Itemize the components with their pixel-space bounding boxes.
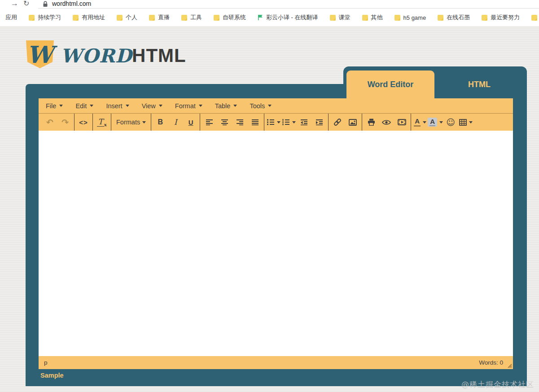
background-color-icon: A xyxy=(428,118,437,127)
bookmark-label: 在线石墨 xyxy=(447,13,470,22)
outdent-icon xyxy=(300,119,308,125)
menu-tools[interactable]: Tools xyxy=(243,98,278,113)
bookmark-folder[interactable]: 直播 xyxy=(149,13,170,22)
undo-icon: ↶ xyxy=(46,117,53,127)
bookmark-folder[interactable]: 其他 xyxy=(362,13,383,22)
bookmark-folder[interactable]: 持续学习 xyxy=(28,13,61,22)
chevron-down-icon xyxy=(469,121,473,123)
background-color-button[interactable]: A xyxy=(428,114,443,131)
bookmark-folder[interactable]: 工具 xyxy=(181,13,202,22)
underline-button[interactable]: U xyxy=(183,114,198,131)
code-icon: <> xyxy=(79,119,88,126)
element-path[interactable]: p xyxy=(44,359,48,366)
toolbar-separator xyxy=(411,114,411,131)
align-center-icon xyxy=(221,119,228,125)
source-code-button[interactable]: <> xyxy=(76,114,91,131)
bullet-list-button[interactable] xyxy=(266,114,281,131)
folder-icon xyxy=(28,14,35,21)
bookmark-folder[interactable]: 个人 xyxy=(116,13,137,22)
bookmark-label: 持续学习 xyxy=(38,13,61,22)
tab-html-label: HTML xyxy=(468,80,491,89)
bookmark-folder[interactable]: 课堂 xyxy=(329,13,351,22)
bookmark-apps[interactable]: 应用 xyxy=(5,13,17,22)
clear-formatting-button[interactable]: Tx xyxy=(94,114,110,131)
word-count: Words: 0 xyxy=(479,359,503,366)
folder-icon xyxy=(72,14,79,21)
folder-icon xyxy=(329,14,336,21)
editor-content-area[interactable] xyxy=(39,131,513,356)
chevron-down-icon xyxy=(90,105,93,107)
align-left-button[interactable] xyxy=(202,114,217,131)
toolbar-separator xyxy=(74,114,74,131)
insert-image-button[interactable] xyxy=(345,114,360,131)
logo-word-text: WORD xyxy=(61,45,132,67)
bookmark-folder[interactable]: 最近要努力 xyxy=(481,13,520,22)
bookmark-folder[interactable]: 在线石墨 xyxy=(437,13,470,22)
menu-table[interactable]: Table xyxy=(209,98,244,113)
reload-icon[interactable]: ↻ xyxy=(23,0,29,8)
sample-link[interactable]: Sample xyxy=(40,372,64,379)
align-right-button[interactable] xyxy=(232,114,247,131)
flag-icon xyxy=(257,14,263,21)
preview-button[interactable] xyxy=(379,114,394,131)
resize-grip-icon[interactable] xyxy=(507,363,512,368)
folder-icon xyxy=(149,14,155,21)
editor-menubar: File Edit Insert View Format Table Tools xyxy=(39,98,513,113)
folder-icon xyxy=(481,14,488,21)
text-color-button[interactable]: A xyxy=(412,114,428,131)
editor-toolbar: ↶ ↷ <> Tx Formats B I U xyxy=(39,113,513,131)
undo-button[interactable]: ↶ xyxy=(42,114,57,131)
bookmark-label: 彩云小译 - 在线翻译 xyxy=(266,13,318,22)
outdent-button[interactable] xyxy=(296,114,311,131)
table-button[interactable] xyxy=(458,114,473,131)
menu-edit[interactable]: Edit xyxy=(69,98,100,113)
toolbar-separator xyxy=(151,114,151,131)
emoticons-button[interactable]: ☺ xyxy=(443,114,458,131)
logo-w-letter: W xyxy=(25,41,55,68)
bookmark-folder[interactable]: flutter xyxy=(531,14,539,21)
numbered-list-button[interactable] xyxy=(281,114,296,131)
eye-icon xyxy=(382,119,391,125)
align-right-icon xyxy=(236,119,244,125)
menu-insert[interactable]: Insert xyxy=(100,98,135,113)
insert-link-button[interactable] xyxy=(330,114,345,131)
bookmark-label: 个人 xyxy=(126,13,137,22)
menu-format[interactable]: Format xyxy=(169,98,209,113)
url-text[interactable]: wordhtml.com xyxy=(52,0,91,7)
wordhtml-logo[interactable]: W WORD HTML xyxy=(26,40,186,73)
chevron-down-icon xyxy=(292,121,296,123)
watermark-text: @稀土掘金技术社区 xyxy=(461,379,534,390)
bookmark-folder[interactable]: 有用地址 xyxy=(72,13,105,22)
folder-icon xyxy=(181,14,188,21)
bold-button[interactable]: B xyxy=(153,114,168,131)
toolbar-separator xyxy=(111,114,111,131)
forward-icon[interactable]: → xyxy=(11,0,18,8)
insert-media-button[interactable] xyxy=(394,114,409,131)
bookmark-label: 最近要努力 xyxy=(491,13,520,22)
numbered-list-icon xyxy=(282,119,290,125)
address-bar[interactable]: wordhtml.com xyxy=(38,0,539,9)
chevron-down-icon xyxy=(423,121,426,123)
toolbar-separator xyxy=(328,114,329,131)
menu-view[interactable]: View xyxy=(136,98,169,113)
align-center-button[interactable] xyxy=(217,114,232,131)
indent-button[interactable] xyxy=(311,114,327,131)
redo-button[interactable]: ↷ xyxy=(57,114,73,131)
tab-word-editor[interactable]: Word Editor xyxy=(346,70,434,98)
bookmark-folder[interactable]: 自研系统 xyxy=(213,13,246,22)
print-button[interactable] xyxy=(364,114,379,131)
menu-file[interactable]: File xyxy=(39,98,69,113)
smiley-icon: ☺ xyxy=(446,117,455,127)
tinymce-editor: File Edit Insert View Format Table Tools… xyxy=(39,98,513,369)
align-justify-button[interactable] xyxy=(247,114,263,131)
tab-html[interactable]: HTML xyxy=(434,76,524,92)
bookmark-folder[interactable]: h5 game xyxy=(394,14,426,21)
chevron-down-icon xyxy=(233,105,237,107)
bookmark-caiyun[interactable]: 彩云小译 - 在线翻译 xyxy=(257,13,318,22)
clear-formatting-icon: Tx xyxy=(97,117,106,127)
italic-button[interactable]: I xyxy=(168,114,183,131)
formats-dropdown[interactable]: Formats xyxy=(113,114,149,131)
browser-chrome: → ↻ wordhtml.com 应用 持续学习 有用地址 个人 直播 xyxy=(0,0,539,26)
bookmarks-bar: 应用 持续学习 有用地址 个人 直播 工具 自研系统 彩云小译 - 在线翻译 xyxy=(0,9,539,26)
chevron-down-icon xyxy=(439,121,443,123)
